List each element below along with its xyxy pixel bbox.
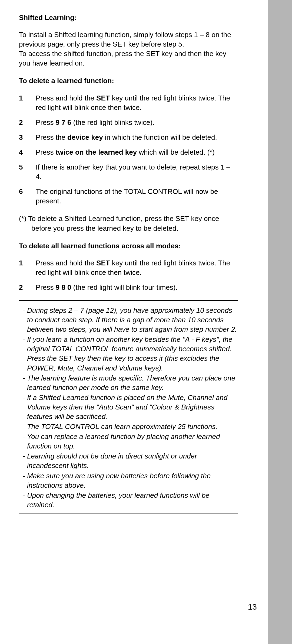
- margin-sidebar: [268, 0, 292, 644]
- steps-list: 1 Press and hold the SET key until the r…: [19, 258, 238, 292]
- note-item: - The learning feature is mode specific.…: [19, 373, 238, 392]
- step-number: 5: [19, 162, 36, 181]
- step-text: Press 9 7 6 (the red light blinks twice)…: [36, 118, 238, 127]
- note-item: - Upon changing the batteries, your lear…: [19, 491, 238, 510]
- step-text: If there is another key that you want to…: [36, 162, 238, 181]
- step-item: 2 Press 9 8 0 (the red light will blink …: [19, 283, 238, 292]
- divider: [19, 513, 238, 513]
- note-item: - Learning should not be done in direct …: [19, 451, 238, 470]
- step-item: 4 Press twice on the learned key which w…: [19, 148, 238, 157]
- section-title-delete-function: To delete a learned function:: [19, 76, 238, 86]
- step-item: 3 Press the device key in which the func…: [19, 133, 238, 142]
- step-number: 3: [19, 133, 36, 142]
- steps-list: 1 Press and hold the SET key until the r…: [19, 93, 238, 206]
- paragraph: To install a Shifted learning function, …: [19, 30, 238, 68]
- step-number: 6: [19, 187, 36, 206]
- section-title-shifted-learning: Shifted Learning:: [19, 13, 238, 22]
- step-item: 1 Press and hold the SET key until the r…: [19, 258, 238, 277]
- step-text: Press and hold the SET key until the red…: [36, 258, 238, 277]
- note-item: - If a Shifted Learned function is place…: [19, 393, 238, 421]
- notes-list: - During steps 2 – 7 (page 12), you have…: [19, 306, 238, 510]
- step-number: 2: [19, 118, 36, 127]
- step-number: 4: [19, 148, 36, 157]
- page-content: Shifted Learning: To install a Shifted l…: [0, 0, 268, 513]
- note-item: - If you learn a function on another key…: [19, 335, 238, 373]
- note-item: - You can replace a learned function by …: [19, 432, 238, 451]
- step-number: 2: [19, 283, 36, 292]
- note-item: - During steps 2 – 7 (page 12), you have…: [19, 306, 238, 334]
- text: To access the shifted function, press th…: [19, 50, 226, 67]
- step-text: Press the device key in which the functi…: [36, 133, 238, 142]
- step-number: 1: [19, 258, 36, 277]
- note-item: - Make sure you are using new batteries …: [19, 471, 238, 490]
- step-number: 1: [19, 93, 36, 112]
- step-item: 1 Press and hold the SET key until the r…: [19, 93, 238, 112]
- step-item: 2 Press 9 7 6 (the red light blinks twic…: [19, 118, 238, 127]
- step-text: Press twice on the learned key which wil…: [36, 148, 238, 157]
- step-text: The original functions of the TOTAL CONT…: [36, 187, 238, 206]
- step-item: 5 If there is another key that you want …: [19, 162, 238, 181]
- step-text: Press 9 8 0 (the red light will blink fo…: [36, 283, 238, 292]
- text: To install a Shifted learning function, …: [19, 31, 231, 48]
- divider: [19, 300, 238, 301]
- footnote-text: (*) To delete a Shifted Learned function…: [19, 214, 238, 233]
- footnote: (*) To delete a Shifted Learned function…: [19, 214, 238, 233]
- page-number: 13: [248, 602, 257, 612]
- note-item: - The TOTAL CONTROL can learn approximat…: [19, 422, 238, 431]
- step-text: Press and hold the SET key until the red…: [36, 93, 238, 112]
- step-item: 6 The original functions of the TOTAL CO…: [19, 187, 238, 206]
- section-title-delete-all: To delete all learned functions across a…: [19, 241, 238, 251]
